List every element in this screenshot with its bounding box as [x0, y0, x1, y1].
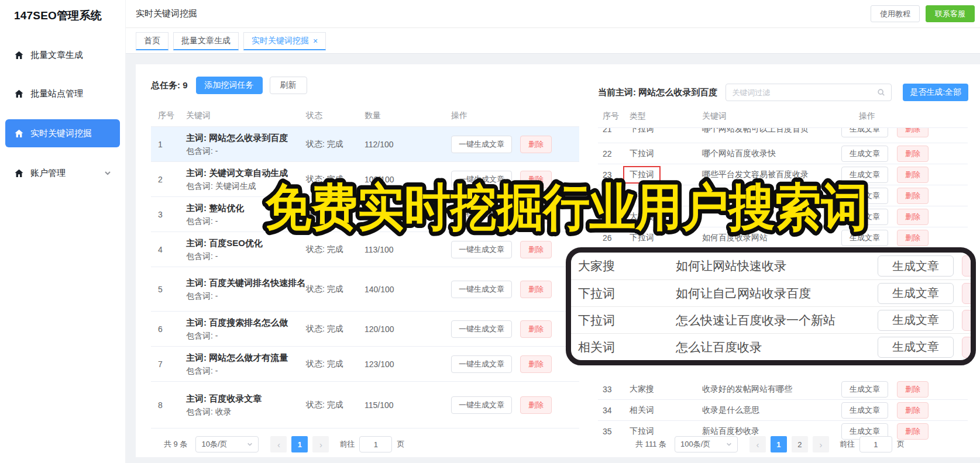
app-root: 147SEO管理系统 批量文章生成 批量站点管理 实时关键词挖掘 账户管理 实时…: [0, 0, 980, 463]
table-row[interactable]: 下拉词 怎么快速让百度收录一个新站 生成文章 删除: [571, 306, 971, 333]
sidebar-item-label: 实时关键词挖掘: [30, 128, 92, 139]
sidebar-item-batch-article[interactable]: 批量文章生成: [5, 42, 120, 68]
delete-button[interactable]: 删除: [897, 381, 929, 398]
generate-article-button[interactable]: 生成文章: [841, 381, 888, 398]
generate-article-button[interactable]: 生成文章: [841, 402, 888, 419]
table-row[interactable]: 1 主词: 网站怎么收录到百度包含词: - 状态: 完成 112/100 一键生…: [151, 127, 579, 162]
generate-article-button[interactable]: 生成文章: [878, 283, 954, 304]
tab-batch-article[interactable]: 批量文章生成: [173, 32, 239, 50]
delete-button[interactable]: 删除: [520, 171, 552, 188]
table-row[interactable]: 8 主词: 百度收录文章包含词: 收录 状态: 完成 115/100 一键生成文…: [151, 382, 579, 429]
delete-button[interactable]: 删除: [897, 128, 929, 137]
refresh-button[interactable]: 刷新: [270, 77, 307, 94]
delete-button[interactable]: 删除: [897, 209, 929, 225]
generate-article-button[interactable]: 生成文章: [841, 188, 888, 204]
table-row[interactable]: 22 下拉词 哪个网站百度收录快 生成文章删除: [598, 143, 968, 164]
delete-button[interactable]: 删除: [962, 255, 976, 277]
table-row[interactable]: 25 大家搜 生成文章删除: [598, 206, 968, 227]
table-row[interactable]: 大家搜 如何让网站快速收录 生成文章 删除: [571, 253, 971, 279]
generate-all-button[interactable]: 是否生成:全部: [903, 84, 968, 101]
sidebar-item-label: 账户管理: [30, 168, 66, 179]
generate-article-button[interactable]: 生成文章: [878, 255, 954, 277]
generate-article-button[interactable]: 一键生成文章: [451, 136, 512, 153]
tasks-table: 序号 关键词 状态 数量 操作 1 主词: 网站怎么收录到百度包含词: - 状态…: [151, 105, 579, 429]
page-number-1[interactable]: 1: [291, 436, 308, 452]
generate-article-button[interactable]: 一键生成文章: [451, 241, 512, 258]
table-row[interactable]: 7 主词: 网站怎么做才有流量包含词: - 状态: 完成 123/100 一键生…: [151, 347, 579, 382]
generate-article-button[interactable]: 一键生成文章: [451, 355, 512, 373]
table-row[interactable]: 相关词 怎么让百度收录 生成文章 删除: [571, 333, 971, 360]
table-row[interactable]: 34 相关词 收录是什么意思 生成文章删除: [598, 400, 968, 421]
sidebar: 147SEO管理系统 批量文章生成 批量站点管理 实时关键词挖掘 账户管理: [0, 0, 126, 463]
generate-article-button[interactable]: 生成文章: [841, 230, 888, 246]
delete-button[interactable]: 删除: [897, 188, 929, 204]
delete-button[interactable]: 删除: [962, 337, 976, 358]
table-row[interactable]: 24 下拉词 生成文章删除: [598, 185, 968, 206]
page-size-select[interactable]: 10条/页: [195, 436, 259, 452]
table-row[interactable]: 4 主词: 百度SEO优化包含词: - 状态: 完成 113/100 一键生成文…: [151, 232, 579, 267]
generate-article-button[interactable]: 生成文章: [841, 167, 888, 183]
delete-button[interactable]: 删除: [520, 136, 552, 153]
add-task-button[interactable]: 添加挖词任务: [196, 77, 263, 94]
sidebar-item-account[interactable]: 账户管理: [5, 160, 120, 186]
brand-title: 147SEO管理系统: [0, 0, 125, 23]
total-count: 共 111 条: [635, 439, 666, 450]
page-number-2[interactable]: 2: [792, 436, 808, 452]
home-icon: [14, 168, 24, 178]
delete-button[interactable]: 删除: [520, 241, 552, 258]
delete-button[interactable]: 删除: [520, 320, 552, 338]
generate-article-button[interactable]: 一键生成文章: [451, 396, 512, 414]
delete-button[interactable]: 删除: [962, 283, 976, 304]
zoom-callout-box: 大家搜 如何让网站快速收录 生成文章 删除 下拉词 如何让自己网站收录百度 生成…: [566, 247, 976, 365]
contact-support-button[interactable]: 联系客服: [926, 5, 975, 22]
tutorial-button[interactable]: 使用教程: [871, 5, 920, 22]
generate-article-button[interactable]: 一键生成文章: [451, 206, 512, 223]
goto-page-input[interactable]: [859, 436, 892, 452]
delete-button[interactable]: 删除: [520, 355, 552, 373]
page-unit-label: 页: [897, 439, 905, 450]
delete-button[interactable]: 删除: [962, 310, 976, 331]
delete-button[interactable]: 删除: [897, 167, 929, 183]
left-toolbar: 总任务: 9 添加挖词任务 刷新: [151, 77, 307, 94]
table-row[interactable]: 下拉词 如何让自己网站收录百度 生成文章 删除: [571, 279, 971, 306]
keyword-filter-input[interactable]: [732, 88, 877, 97]
table-row[interactable]: 26 下拉词 如何百度收录网站 生成文章删除: [598, 227, 968, 248]
close-icon[interactable]: ×: [313, 36, 318, 46]
goto-page-input[interactable]: [359, 436, 392, 452]
goto-label: 前往: [840, 439, 855, 450]
table-row[interactable]: 33 大家搜 收录好的发帖网站有哪些 生成文章删除: [598, 379, 968, 400]
next-page-button[interactable]: ›: [312, 436, 329, 452]
generate-article-button[interactable]: 一键生成文章: [451, 281, 512, 298]
sidebar-item-batch-site[interactable]: 批量站点管理: [5, 81, 120, 106]
tab-home[interactable]: 首页: [136, 32, 169, 50]
next-page-button[interactable]: ›: [813, 436, 829, 452]
page-size-select[interactable]: 100条/页: [675, 436, 738, 452]
table-row[interactable]: 5 主词: 百度关键词排名快速排名包含词: - 状态: 完成 140/100 一…: [151, 267, 579, 312]
table-row[interactable]: 6 主词: 百度搜索排名怎么做包含词: - 状态: 完成 120/100 一键生…: [151, 312, 579, 347]
page-number-1[interactable]: 1: [771, 436, 787, 452]
generate-article-button[interactable]: 生成文章: [878, 310, 954, 331]
generate-article-button[interactable]: 一键生成文章: [451, 320, 512, 338]
generate-article-button[interactable]: 生成文章: [841, 128, 888, 137]
table-row[interactable]: 21 下拉词 哪个网站发帖可以上百度首页 生成文章删除: [598, 128, 968, 143]
delete-button[interactable]: 删除: [897, 402, 929, 419]
generate-article-button[interactable]: 一键生成文章: [451, 171, 512, 188]
prev-page-button[interactable]: ‹: [749, 436, 766, 452]
generate-article-button[interactable]: 生成文章: [878, 337, 954, 358]
table-row[interactable]: 2 主词: 关键词文章自动生成包含词: 关键词生成 状态: 完成 100/100…: [151, 162, 579, 197]
sidebar-item-keyword-mining[interactable]: 实时关键词挖掘: [5, 119, 120, 147]
generate-article-button[interactable]: 生成文章: [841, 146, 888, 162]
table-row[interactable]: 3 主词: 整站优化包含词: - 状态: 完成 一键生成文章删除: [151, 197, 579, 232]
delete-button[interactable]: 删除: [520, 281, 552, 298]
delete-button[interactable]: 删除: [897, 230, 929, 246]
table-row[interactable]: 23 下拉词 哪些平台发文容易被百度收录 生成文章删除: [598, 164, 968, 185]
delete-button[interactable]: 删除: [520, 396, 552, 414]
tab-keyword-mining[interactable]: 实时关键词挖掘 ×: [243, 32, 326, 50]
prev-page-button[interactable]: ‹: [270, 436, 287, 452]
generate-article-button[interactable]: 生成文章: [841, 209, 888, 225]
delete-button[interactable]: 删除: [520, 206, 552, 223]
delete-button[interactable]: 删除: [897, 146, 929, 162]
topbar: 实时关键词挖掘 使用教程 联系客服: [126, 0, 980, 28]
highlighted-type-annotation: 下拉词: [623, 166, 661, 184]
sidebar-item-label: 批量文章生成: [30, 50, 83, 61]
